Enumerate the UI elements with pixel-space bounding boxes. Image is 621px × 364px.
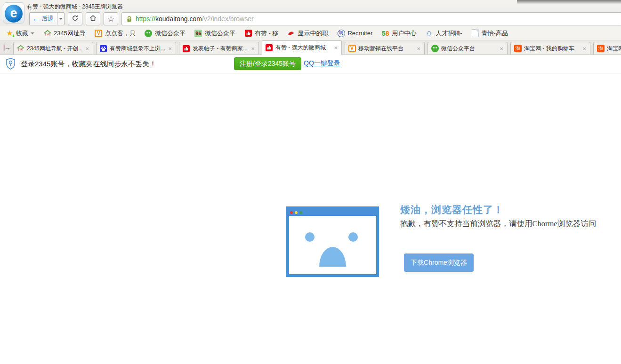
window-corner-shadow [517, 0, 621, 4]
hand-icon [425, 29, 433, 37]
bookmark-label: 青怡-高品 [482, 29, 508, 38]
signin-notice-bar: 登录2345账号，收藏夹在线同步永不丢失！ 注册/登录2345账号 QQ一键登录 [0, 55, 621, 73]
page-content: 矮油，浏览器任性了！ 抱歉，有赞不支持当前浏览器，请使用Chorme浏览器访问 … [0, 73, 621, 364]
youzan-thumb-icon [265, 44, 273, 52]
error-heading: 矮油，浏览器任性了！ [400, 203, 504, 216]
browser-tab[interactable]: 发表帖子 - 有赞商家... × [179, 42, 259, 55]
bookmark-label: 2345网址导 [54, 29, 86, 38]
bookmark-item[interactable]: V 点点客，只 [95, 29, 136, 38]
badge-96-icon: 96 [194, 29, 202, 37]
refresh-button[interactable] [68, 12, 82, 25]
bookmark-label: 有赞 - 移 [255, 29, 279, 38]
svg-text:2345: 2345 [45, 33, 50, 36]
house-2345-icon: 2345 [16, 45, 24, 53]
window-title: 有赞 - 强大的微商城 - 2345王牌浏览器 [27, 3, 123, 11]
sad-mouth-icon [319, 247, 346, 267]
tab-close-icon[interactable]: × [250, 45, 256, 52]
bookmark-label: Recruiter [347, 30, 372, 37]
home-button[interactable] [86, 12, 100, 25]
bookmark-item[interactable]: 显示中的职 [287, 29, 328, 38]
browser-tab[interactable]: 2345 2345网址导航 - 开创... × [13, 42, 93, 55]
browser-tab[interactable]: 微信公众平台 × [427, 42, 508, 55]
tab-close-icon[interactable]: × [499, 45, 504, 52]
tab-strip: 2345 2345网址导航 - 开创... × 有赞商城登录不上浏... × 发… [13, 40, 621, 55]
bookmark-item[interactable]: 96 微信公众平 [194, 29, 235, 38]
tab-close-icon[interactable]: × [581, 45, 587, 52]
v-orange-icon: V [348, 45, 356, 53]
back-label: 后退 [41, 15, 54, 23]
svg-text:2345: 2345 [18, 48, 23, 51]
left-eye [305, 232, 315, 242]
recruiter-icon: 聘 [337, 29, 345, 37]
bookmark-item[interactable]: 2345 2345网址导 [43, 29, 86, 38]
shield-icon [6, 58, 16, 71]
baidu-paw-icon [99, 45, 107, 53]
page-icon [471, 29, 479, 37]
tab-close-icon[interactable]: × [84, 45, 90, 52]
bookmark-item[interactable]: 有赞 - 移 [244, 29, 279, 38]
url-scheme: https:// [136, 15, 155, 23]
tab-label: 淘宝网 - 我的购物车 [524, 45, 579, 53]
green-dot-icon [299, 211, 302, 214]
sad-browser-illustration [286, 206, 379, 277]
browser-logo-icon[interactable]: e [3, 2, 24, 24]
home-icon [89, 15, 97, 23]
taobao-icon: 淘 [597, 45, 605, 53]
house-2345-icon: 2345 [43, 29, 51, 37]
red-bird-icon [287, 29, 295, 37]
tab-label: 有赞 - 强大的微商城 [275, 44, 331, 52]
bookmark-label: 点点客，只 [105, 29, 136, 38]
browser-tab[interactable]: 有赞 - 强大的微商城 × [262, 40, 342, 55]
url-host: koudaitong.com [155, 15, 202, 23]
wechat-icon [145, 29, 153, 37]
youzan-thumb-icon [182, 45, 190, 53]
register-login-button[interactable]: 注册/登录2345账号 [234, 57, 301, 70]
back-button[interactable]: ← 后退 [29, 12, 57, 25]
bookmark-label: 微信公众平 [205, 29, 235, 38]
tabs-list-icon: [→ [3, 43, 10, 52]
bookmark-label: 微信公众平 [155, 29, 185, 38]
bookmark-label: 收藏 [16, 29, 28, 38]
back-button-group: ← 后退 [29, 12, 65, 25]
tab-bar: [→ 2345 2345网址导航 - 开创... × 有赞商城登录不上浏... … [0, 40, 621, 55]
red-dot-icon [290, 211, 293, 214]
browser-tab[interactable]: 淘 淘宝网 × [593, 42, 621, 55]
v-orange-icon: V [95, 29, 103, 37]
qq-login-link[interactable]: QQ一键登录 [304, 59, 340, 68]
tab-label: 发表帖子 - 有赞商家... [193, 45, 248, 53]
address-bar[interactable]: https://koudaitong.com/v2/index/browser [121, 12, 621, 25]
bookmark-item[interactable]: 微信公众平 [145, 29, 185, 38]
tab-close-icon[interactable]: × [167, 45, 173, 52]
error-message: 抱歉，有赞不支持当前浏览器，请使用Chorme浏览器访问 [400, 219, 596, 229]
url-path: /v2/index/browser [202, 15, 254, 23]
favorite-star-button[interactable]: ☆ [104, 12, 118, 25]
chevron-down-icon [59, 18, 63, 22]
bookmark-item[interactable]: ★+ 收藏 [6, 29, 34, 38]
58-icon: 58 [381, 29, 389, 37]
browser-tab[interactable]: V 移动营销在线平台 × [345, 42, 425, 55]
browser-window: e 有赞 - 强大的微商城 - 2345王牌浏览器 ← 后退 ☆ [0, 0, 621, 364]
tab-close-icon[interactable]: × [416, 45, 421, 52]
bookmark-item[interactable]: 聘 Recruiter [337, 29, 372, 37]
bookmarks-star-icon: ★+ [6, 29, 14, 37]
tab-close-icon[interactable]: × [333, 44, 339, 51]
bookmark-item[interactable]: 58 用户中心 [381, 29, 416, 38]
back-history-dropdown[interactable] [57, 12, 65, 25]
youzan-thumb-icon [244, 29, 252, 37]
tab-label: 微信公众平台 [441, 45, 496, 53]
bookmark-item[interactable]: 人才招聘- [425, 29, 462, 38]
tab-label: 淘宝网 [607, 45, 621, 53]
toolbar: ← 后退 ☆ https://koudaitong.com/v2/index/b… [29, 12, 621, 25]
tab-list-button[interactable]: [→ [0, 40, 13, 55]
bookmark-label: 人才招聘- [436, 29, 462, 38]
browser-tab[interactable]: 有赞商城登录不上浏... × [96, 42, 176, 55]
bookmarks-bar: ★+ 收藏 2345 2345网址导 V 点点客，只 微信公众平 96 微信公众… [0, 26, 621, 40]
browser-tab[interactable]: 淘 淘宝网 - 我的购物车 × [510, 42, 590, 55]
tab-label: 有赞商城登录不上浏... [110, 45, 165, 53]
wechat-icon [431, 45, 439, 53]
lock-icon [126, 16, 132, 23]
download-chrome-button[interactable]: 下载Chrome浏览器 [404, 253, 474, 272]
taobao-icon: 淘 [514, 45, 522, 53]
right-eye [348, 232, 358, 242]
bookmark-item[interactable]: 青怡-高品 [471, 29, 508, 38]
